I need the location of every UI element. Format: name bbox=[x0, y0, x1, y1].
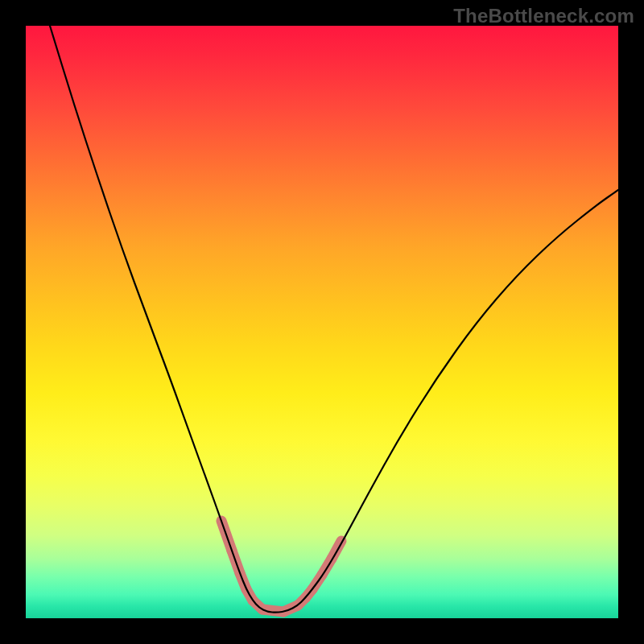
bottleneck-curve bbox=[50, 26, 618, 613]
watermark-text: TheBottleneck.com bbox=[453, 5, 634, 27]
plot-area bbox=[26, 26, 618, 618]
optimal-marker bbox=[332, 541, 341, 559]
curve-layer bbox=[26, 26, 618, 618]
chart-frame: TheBottleneck.com bbox=[0, 0, 644, 644]
optimal-zone bbox=[221, 521, 341, 612]
